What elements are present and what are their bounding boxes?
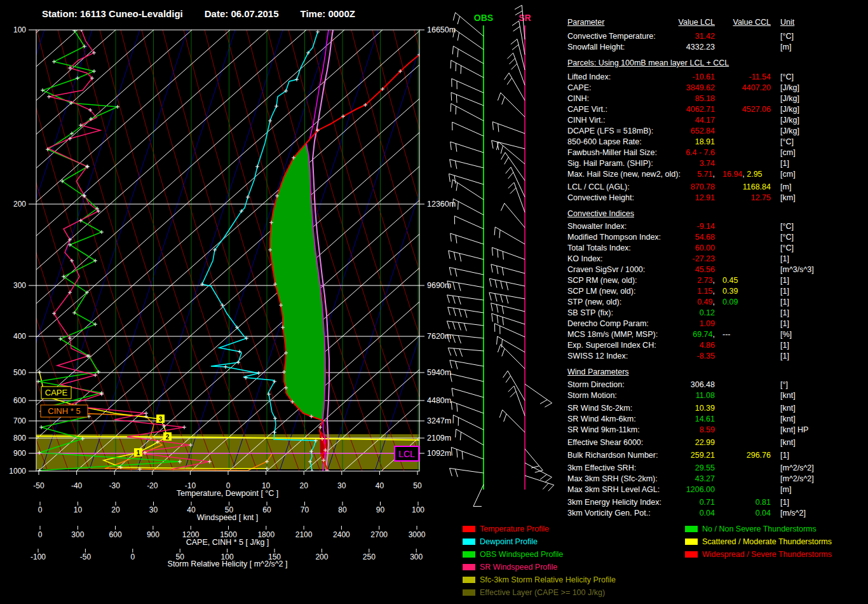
table-row: MCS 18m/s (MMP, MSP): 69.74, --- [%]	[567, 329, 866, 340]
table-row: Storm Direction: 306.48 [°]	[567, 380, 866, 390]
pressure-axis-label: 1000	[9, 467, 26, 476]
table-row: LCL / CCL (AGL): 870.78 1168.84 [m]	[567, 182, 866, 193]
legend-label: Dewpoint Profile	[480, 537, 538, 546]
wind-barb-feather	[501, 153, 506, 160]
wind-barb-feather	[457, 404, 458, 412]
km-marker-label: 3	[159, 416, 163, 423]
wind-barb-feather	[451, 60, 451, 69]
wind-barb-feather	[491, 303, 492, 312]
table-row: Sig. Hail Param. (SHIP): 3.74 [1]	[567, 158, 866, 169]
legend-item: Dewpoint Profile	[463, 535, 616, 548]
param-unit: [°]	[780, 380, 788, 390]
height-label: 1092m	[427, 449, 451, 458]
wind-barb-feather	[465, 310, 467, 317]
height-label: 3247m	[427, 416, 451, 425]
pressure-axis-label: 800	[13, 434, 26, 443]
table-row: CINH Virt.: 44.17 [J/kg]	[567, 115, 866, 126]
wind-barb-feather	[451, 448, 452, 456]
param-value-lcl: 4062.71	[567, 104, 715, 115]
wind-barb-feather	[449, 268, 451, 276]
table-row: Exp. Supercell Index CH: 4.86 [1]	[567, 340, 866, 351]
wind-barb-feather	[458, 322, 461, 330]
wind-barb-feather	[505, 73, 509, 80]
param-unit: [J/kg]	[780, 93, 799, 104]
legend-swatch	[463, 551, 475, 558]
table-row: Showalter Index: -9.14 [°C]	[567, 221, 866, 232]
param-value-lcl: 45.56	[567, 264, 715, 275]
col-value-lcl: Value LCL	[679, 18, 715, 27]
param-unit: [knt]	[780, 390, 796, 401]
param-unit: [J/kg]	[780, 104, 799, 115]
table-row: Modified Thompson Index: 54.68 [°C]	[567, 232, 866, 243]
legend-label: Temperature Profile	[480, 525, 549, 533]
wind-barb	[492, 122, 525, 134]
param-unit: [1]	[780, 286, 789, 297]
axis-tick-label: 70	[301, 505, 309, 514]
wind-barb-feather	[449, 174, 450, 182]
wind-barb-feather	[458, 32, 459, 41]
wind-barb-feather	[453, 13, 455, 21]
param-value-lcl: -9.14	[567, 221, 715, 232]
wind-barb-feather	[502, 306, 503, 314]
axis-tick-label: 300	[71, 530, 84, 539]
param-unit: [cm]	[780, 169, 796, 180]
wind-barb-feather	[452, 179, 453, 188]
wind-barb-feather	[456, 235, 457, 244]
plot-border	[36, 30, 419, 471]
height-label: 4480m	[427, 396, 451, 405]
wind-barb-feather	[452, 322, 455, 329]
param-value-lcl: 8.59	[567, 425, 715, 436]
wind-barb-feather	[456, 429, 456, 437]
wind-barb	[452, 179, 484, 200]
param-unit: [1]	[780, 351, 789, 362]
axis-title: CAPE, CINH * 5 [ J/kg ]	[186, 538, 269, 547]
wind-barb-feather	[458, 17, 459, 25]
wind-barb	[498, 336, 525, 352]
wind-barb	[450, 468, 484, 473]
wind-barb-feather	[453, 282, 455, 290]
param-value-ccl: ---	[722, 329, 731, 340]
wind-barb-feather	[454, 175, 456, 184]
legend-item: SR Windspeed Profile	[463, 561, 616, 573]
parameter-table: Parameter Value LCL Value CCL Unit Conve…	[567, 17, 866, 519]
wind-barb-feather	[496, 305, 498, 313]
wind-barb	[501, 93, 525, 117]
table-row: STP (new, old): 0.49, 0.09 [1]	[567, 297, 866, 308]
param-value-lcl: 2.73,	[567, 275, 715, 286]
axis-tick-label: 2100	[295, 530, 313, 539]
table-row: DCAPE (LFS = 518mB): 652.84 [J/kg]	[567, 126, 866, 137]
param-unit: [knt]	[780, 403, 796, 414]
table-row: Bulk Richardson Number: 259.21 296.76 [1…	[567, 450, 866, 461]
wind-barb	[449, 174, 484, 184]
wind-barb	[509, 73, 525, 100]
table-section-header: Parcels: Using 100mB mean layer LCL + CC…	[567, 58, 866, 69]
wind-barb	[473, 484, 484, 506]
col-value-ccl: Value CCL	[733, 18, 771, 27]
pressure-axis-label: 100	[13, 25, 26, 34]
wind-barb-feather	[491, 264, 492, 273]
param-unit: [m]	[780, 42, 791, 53]
wind-barb-feather	[501, 281, 503, 289]
isotherm-line	[114, 30, 611, 471]
dry-adiabat-line	[309, 30, 446, 471]
wind-barb	[492, 247, 525, 259]
param-value-lcl: 60.00	[567, 243, 715, 254]
table-row: Max 3km SRH Level AGL: 1206.00 [m]	[567, 484, 866, 495]
wind-barb-feather	[498, 124, 499, 132]
wind-barb-feather	[451, 402, 452, 410]
table-row: SWISS 12 Index: -8.35 [1]	[567, 351, 866, 362]
param-unit: [°C]	[780, 72, 794, 83]
table-row: 3km Effective SRH: 29.55 [m^2/s^2]	[567, 463, 866, 474]
param-value-ccl: 296.76	[715, 450, 771, 461]
param-unit: [m^2/s^2]	[780, 463, 814, 474]
wind-barb-feather	[451, 142, 452, 150]
pressure-axis-label: 500	[13, 368, 26, 377]
param-value-lcl: 22.99	[567, 437, 715, 448]
param-value-ccl: 4527.06	[715, 104, 771, 115]
wind-barb-feather	[492, 141, 493, 149]
table-row: 850-600 Lapse Rate: 18.91 [°C]	[567, 137, 866, 148]
height-label: 5940m	[427, 368, 451, 377]
axis-tick-label: 3000	[409, 530, 426, 539]
param-value-lcl: 14.61	[567, 414, 715, 425]
axis-tick-label: 50	[413, 481, 422, 490]
